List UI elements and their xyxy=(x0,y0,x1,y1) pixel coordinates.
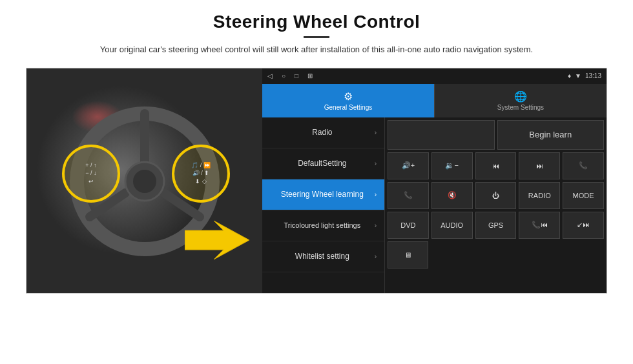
power-icon: ⏻ xyxy=(492,192,499,199)
dvd-label: DVD xyxy=(400,221,415,229)
svg-marker-6 xyxy=(185,221,249,259)
svg-point-5 xyxy=(133,170,156,193)
begin-learn-button[interactable]: Begin learn xyxy=(497,120,605,150)
left-panel: + / ↑− / ↓↩ 🎵 / ⏩🔊 / ⬆⬇ ◇ xyxy=(26,68,262,294)
audio-label: AUDIO xyxy=(441,221,463,229)
tab-system-settings[interactable]: 🌐 System Settings xyxy=(434,84,607,117)
main-content: Radio › DefaultSetting › Steering Wheel … xyxy=(262,117,607,293)
tab-system-label: System Settings xyxy=(497,104,544,111)
prev-track-button[interactable]: ⏮ xyxy=(475,152,517,179)
subtitle: Your original car's steering wheel contr… xyxy=(100,43,533,56)
status-bar: ◁ ○ □ ⊞ ♦ ▼ 13:13 xyxy=(262,68,607,84)
recents-icon[interactable]: □ xyxy=(295,72,298,79)
volume-up-button[interactable]: 🔊+ xyxy=(388,152,429,179)
page-title: Steering Wheel Control xyxy=(100,12,533,32)
power-button[interactable]: ⏻ xyxy=(475,182,517,209)
phone-prev-icon: 📞⏮ xyxy=(532,221,548,229)
menu-item-default[interactable]: DefaultSetting › xyxy=(262,148,384,179)
chevron-icon: › xyxy=(375,253,377,260)
tab-bar: ⚙ General Settings 🌐 System Settings xyxy=(262,84,607,117)
phone-icon: 📞 xyxy=(579,161,588,170)
signal-icon: ♦ xyxy=(568,72,571,79)
content-area: + / ↑− / ↓↩ 🎵 / ⏩🔊 / ⬆⬇ ◇ ◁ ○ xyxy=(26,68,607,294)
dvd-button[interactable]: DVD xyxy=(388,212,429,239)
control-row-1: 🔊+ 🔉− ⏮ ⏭ 📞 xyxy=(388,152,604,179)
highlight-circle-right: 🎵 / ⏩🔊 / ⬆⬇ ◇ xyxy=(172,145,230,203)
skip-next-icon: ↙⏭ xyxy=(577,221,590,229)
mute-icon: 🔇 xyxy=(448,191,457,199)
title-divider xyxy=(304,36,329,38)
chevron-icon: › xyxy=(375,160,377,167)
nav-icons: ◁ ○ □ ⊞ xyxy=(267,72,313,79)
menu-item-whitelist[interactable]: Whitelist setting › xyxy=(262,241,384,272)
time-display: 13:13 xyxy=(585,72,601,79)
mode-label: MODE xyxy=(573,192,594,199)
vol-up-icon: 🔊+ xyxy=(402,161,415,170)
menu-item-radio[interactable]: Radio › xyxy=(262,117,384,148)
next-icon: ⏭ xyxy=(536,162,543,170)
control-grid: Begin learn 🔊+ 🔉− ⏮ xyxy=(385,117,607,293)
mute-button[interactable]: 🔇 xyxy=(431,182,473,209)
skip-next-button[interactable]: ↙⏭ xyxy=(563,212,604,239)
radio-label: RADIO xyxy=(528,192,551,199)
answer-icon: 📞 xyxy=(404,191,413,199)
mode-button[interactable]: MODE xyxy=(563,182,604,209)
volume-down-button[interactable]: 🔉− xyxy=(431,152,473,179)
top-row: Begin learn xyxy=(388,120,604,150)
screen-button[interactable]: 🖥 xyxy=(388,241,428,268)
control-row-4: 🖥 xyxy=(388,241,604,268)
globe-icon: 🌐 xyxy=(514,90,527,103)
highlight-circle-left: + / ↑− / ↓↩ xyxy=(62,145,120,203)
page-wrapper: Steering Wheel Control Your original car… xyxy=(0,0,633,364)
status-right: ♦ ▼ 13:13 xyxy=(568,72,601,79)
chevron-icon: › xyxy=(375,191,377,198)
empty-slot xyxy=(388,120,495,150)
audio-button[interactable]: AUDIO xyxy=(431,212,473,239)
title-section: Steering Wheel Control Your original car… xyxy=(100,12,533,64)
arrow-indicator xyxy=(185,221,249,262)
home-icon[interactable]: ○ xyxy=(282,72,285,79)
radio-button[interactable]: RADIO xyxy=(519,182,560,209)
control-row-2: 📞 🔇 ⏻ RADIO MODE xyxy=(388,182,604,209)
control-row-3: DVD AUDIO GPS 📞⏮ ↙⏭ xyxy=(388,212,604,239)
tab-general-settings[interactable]: ⚙ General Settings xyxy=(262,84,434,117)
phone-prev-button[interactable]: 📞⏮ xyxy=(519,212,560,239)
prev-icon: ⏮ xyxy=(492,162,499,170)
chevron-icon: › xyxy=(375,222,377,229)
call-answer-button[interactable]: 📞 xyxy=(388,182,429,209)
vol-down-icon: 🔉− xyxy=(445,161,458,170)
next-track-button[interactable]: ⏭ xyxy=(519,152,560,179)
right-panel: ◁ ○ □ ⊞ ♦ ▼ 13:13 ⚙ General Settings xyxy=(262,68,607,293)
menu-item-tricoloured[interactable]: Tricoloured light settings › xyxy=(262,210,384,241)
back-icon[interactable]: ◁ xyxy=(267,72,273,79)
gps-button[interactable]: GPS xyxy=(475,212,517,239)
screen-icon: 🖥 xyxy=(404,251,411,259)
phone-button[interactable]: 📞 xyxy=(563,152,604,179)
menu-list: Radio › DefaultSetting › Steering Wheel … xyxy=(262,117,385,293)
gear-icon: ⚙ xyxy=(344,90,353,103)
gps-label: GPS xyxy=(488,221,503,229)
menu-item-steering[interactable]: Steering Wheel learning › xyxy=(262,179,384,210)
menu-icon[interactable]: ⊞ xyxy=(307,72,313,79)
tab-general-label: General Settings xyxy=(324,104,373,111)
chevron-icon: › xyxy=(375,129,377,136)
wifi-icon: ▼ xyxy=(575,72,581,79)
